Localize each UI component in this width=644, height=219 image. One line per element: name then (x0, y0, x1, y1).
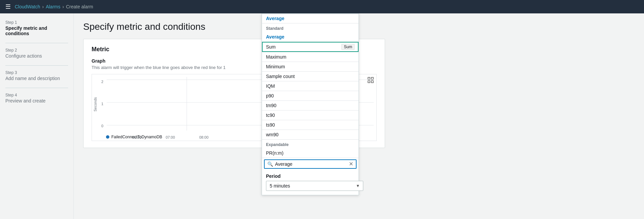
legend-label: FailedConnectToDynamoDB (111, 135, 162, 139)
dropdown-item-average[interactable]: Average (262, 32, 359, 42)
step-1-label: Step 1 (5, 20, 68, 25)
content-area: Specify metric and conditions Metric Gra… (74, 13, 644, 219)
breadcrumb-alarms[interactable]: Alarms (46, 4, 60, 9)
step-4-item: Step 4 Preview and create (5, 93, 68, 103)
dropdown-search-input[interactable] (275, 161, 347, 167)
period-label: Period (266, 173, 355, 179)
dropdown-item-average-top[interactable]: Average (262, 14, 359, 23)
search-icon: 🔍 (267, 161, 273, 167)
step-divider-1 (5, 43, 68, 43)
sum-badge: Sum (341, 44, 355, 50)
legend-dot (106, 135, 109, 139)
dropdown-item-sample-count[interactable]: Sample count (262, 72, 359, 81)
dropdown-item-iqm[interactable]: IQM (262, 81, 359, 91)
dropdown-section-standard: Standard (262, 23, 359, 32)
dropdown-item-prn[interactable]: PR(n:m) (262, 148, 359, 158)
period-section: Period 5 minutes 1 minute 10 minutes 30 … (262, 171, 359, 195)
period-select-wrapper: 5 minutes 1 minute 10 minutes 30 minutes… (266, 181, 363, 191)
step-2-item: Step 2 Configure actions (5, 48, 68, 59)
dropdown-item-maximum[interactable]: Maximum (262, 52, 359, 62)
step-4-label: Step 4 (5, 93, 68, 97)
top-navigation: ☰ CloudWatch › Alarms › Create alarm (0, 0, 644, 13)
step-2-title: Configure actions (5, 53, 68, 59)
y-tick-0: 0 (101, 124, 103, 128)
dropdown-item-ts90[interactable]: ts90 (262, 120, 359, 130)
breadcrumb-sep-1: › (42, 4, 44, 9)
step-1-title: Specify metric and conditions (5, 25, 68, 36)
step-3-title: Add name and description (5, 76, 68, 81)
x-tick-0700: 07:00 (166, 135, 175, 139)
breadcrumb: CloudWatch › Alarms › Create alarm (15, 4, 93, 9)
dropdown-item-minimum[interactable]: Minimum (262, 62, 359, 71)
period-select[interactable]: 5 minutes 1 minute 10 minutes 30 minutes… (266, 181, 363, 191)
sidebar: Step 1 Specify metric and conditions Ste… (0, 13, 74, 219)
main-layout: Step 1 Specify metric and conditions Ste… (0, 13, 644, 219)
dropdown-item-tm90[interactable]: tm90 (262, 101, 359, 110)
dropdown-item-wm90[interactable]: wm90 (262, 130, 359, 139)
dropdown-item-sum-label: Sum (266, 44, 276, 50)
breadcrumb-sep-2: › (62, 4, 64, 9)
dropdown-item-sum[interactable]: Sum Sum (262, 42, 359, 52)
step-4-title: Preview and create (5, 98, 68, 103)
step-divider-2 (5, 65, 68, 66)
hamburger-icon[interactable]: ☰ (5, 3, 11, 10)
x-tick-0800: 08:00 (199, 135, 209, 139)
dropdown-clear-button[interactable]: ✕ (349, 161, 353, 167)
dropdown-item-p90[interactable]: p90 (262, 91, 359, 100)
dropdown-section-expandable: Expandable (262, 140, 359, 148)
statistic-dropdown: Average Standard Average Sum Sum Maximum… (262, 13, 359, 195)
step-1-item: Step 1 Specify metric and conditions (5, 20, 68, 36)
step-3-item: Step 3 Add name and description (5, 70, 68, 81)
dropdown-divider-12 (262, 158, 359, 158)
dropdown-search-box: 🔍 ✕ (264, 159, 357, 169)
dropdown-item-tc90[interactable]: tc90 (262, 111, 359, 120)
y-tick-2: 2 (101, 80, 103, 84)
breadcrumb-cloudwatch[interactable]: CloudWatch (15, 4, 40, 9)
page-title: Specify metric and conditions (83, 21, 635, 32)
step-3-label: Step 3 (5, 70, 68, 75)
step-divider-3 (5, 88, 68, 88)
step-2-label: Step 2 (5, 48, 68, 53)
breadcrumb-create-alarm: Create alarm (66, 4, 93, 9)
graph-legend: FailedConnectToDynamoDB (106, 135, 162, 139)
y-tick-1: 1 (101, 102, 103, 106)
y-axis-label: Seconds (93, 78, 97, 131)
